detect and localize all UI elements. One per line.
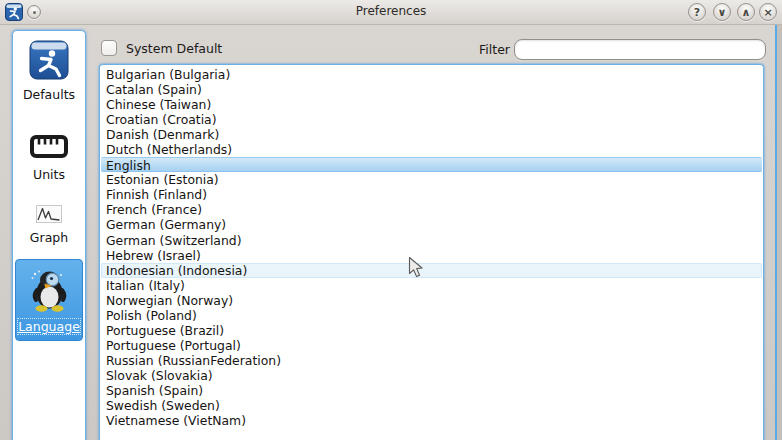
sidebar-item-graph[interactable]: Graph (15, 202, 83, 249)
list-item[interactable]: Vietnamese (VietNam) (101, 413, 762, 428)
list-item[interactable]: Finnish (Finland) (101, 187, 762, 202)
ruler-icon (29, 133, 69, 164)
sidebar-item-label: Language (18, 319, 80, 334)
list-item[interactable]: English (101, 157, 762, 172)
list-item[interactable]: Spanish (Spain) (101, 383, 762, 398)
sidebar-spacer (13, 114, 85, 130)
list-item[interactable]: Estonian (Estonia) (101, 172, 762, 187)
titlebar[interactable]: Preferences ? ∨ ∧ × (0, 0, 782, 25)
mouse-cursor-icon (408, 256, 424, 279)
sidebar-item-label: Units (33, 167, 65, 182)
background-window-sliver (777, 25, 782, 440)
sidebar-item-defaults[interactable]: Defaults (15, 37, 83, 106)
list-item[interactable]: Croatian (Croatia) (101, 112, 762, 127)
list-item[interactable]: Chinese (Taiwan) (101, 97, 762, 112)
close-button[interactable]: × (759, 3, 777, 21)
penguin-diver-icon (26, 266, 72, 316)
list-item[interactable]: French (France) (101, 202, 762, 217)
diver-icon (29, 40, 69, 84)
sidebar-item-label: Defaults (23, 87, 75, 102)
list-item[interactable]: Catalan (Spain) (101, 82, 762, 97)
list-item[interactable]: Danish (Denmark) (101, 127, 762, 142)
list-item[interactable]: German (Switzerland) (101, 233, 762, 248)
list-item[interactable]: Hebrew (Israel) (101, 248, 762, 263)
preferences-window: Preferences ? ∨ ∧ × (0, 0, 782, 440)
list-item[interactable]: Russian (RussianFederation) (101, 353, 762, 368)
list-item[interactable]: Slovak (Slovakia) (101, 368, 762, 383)
help-button[interactable]: ? (688, 3, 706, 21)
keep-above-button[interactable]: ∧ (737, 3, 755, 21)
list-item[interactable]: Italian (Italy) (101, 278, 762, 293)
list-item[interactable]: Swedish (Sweden) (101, 398, 762, 413)
list-item[interactable]: Portuguese (Brazil) (101, 323, 762, 338)
system-default-label: System Default (126, 41, 222, 56)
filter-input[interactable] (514, 39, 766, 60)
sidebar-item-label: Graph (30, 230, 68, 245)
list-item[interactable]: Dutch (Netherlands) (101, 142, 762, 157)
list-item[interactable]: Polish (Poland) (101, 308, 762, 323)
filter-label: Filter (479, 42, 510, 57)
list-item[interactable]: Indonesian (Indonesia) (101, 263, 762, 278)
list-item[interactable]: German (Germany) (101, 217, 762, 232)
list-item[interactable]: Bulgarian (Bulgaria) (101, 67, 762, 82)
language-list[interactable]: Bulgarian (Bulgaria)Catalan (Spain)Chine… (99, 64, 764, 440)
list-item[interactable]: Portuguese (Portugal) (101, 338, 762, 353)
list-item[interactable]: Norwegian (Norway) (101, 293, 762, 308)
window-title: Preferences (0, 4, 782, 18)
sidebar-item-units[interactable]: Units (15, 130, 83, 186)
system-default-checkbox[interactable] (101, 40, 117, 56)
sidebar-item-language[interactable]: Language (15, 259, 83, 341)
sidebar-spacer (13, 194, 85, 202)
graph-icon (36, 205, 62, 227)
shade-button[interactable]: ∨ (713, 3, 731, 21)
preferences-sidebar: Defaults Units Graph (12, 30, 86, 440)
